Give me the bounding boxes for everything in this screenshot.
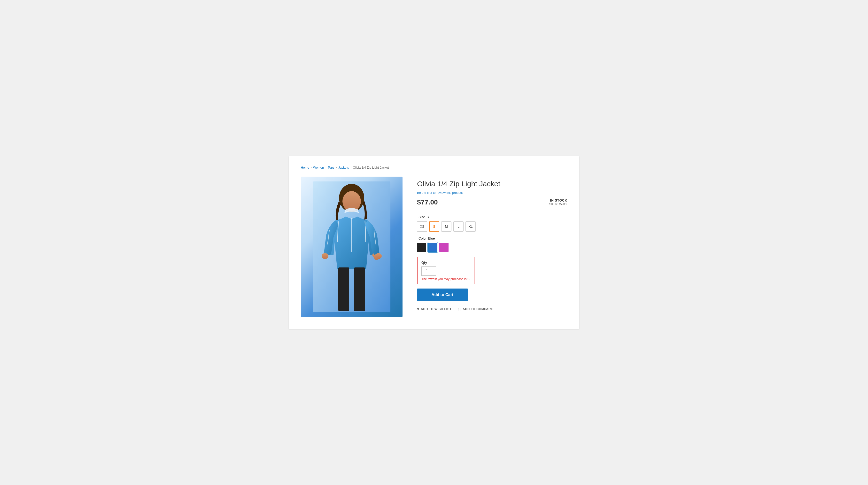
color-blue[interactable]	[428, 243, 437, 252]
color-options	[417, 243, 567, 252]
breadcrumb: Home › Women › Tops › Jackets › Olivia 1…	[301, 166, 567, 169]
svg-rect-5	[354, 268, 365, 311]
color-label: ColorBlue	[417, 237, 567, 240]
size-options: XS S M L XL	[417, 221, 567, 232]
sku-value: WJ12	[559, 202, 567, 206]
product-image-svg	[313, 181, 391, 312]
svg-point-6	[321, 253, 329, 259]
breadcrumb-tops[interactable]: Tops	[328, 166, 334, 169]
availability-badge: IN STOCK	[549, 199, 567, 202]
color-section: ColorBlue	[417, 237, 567, 252]
sku-label: SKU#:	[549, 202, 558, 206]
size-l[interactable]: L	[454, 221, 464, 232]
review-link[interactable]: Be the first to review this product	[417, 191, 567, 194]
product-layout: Olivia 1/4 Zip Light Jacket Be the first…	[301, 177, 567, 317]
sku-info: SKU#: WJ12	[549, 202, 567, 206]
size-selected-value: S	[427, 215, 429, 219]
wishlist-label: ADD TO WISH LIST	[421, 307, 452, 311]
breadcrumb-current: Olivia 1/4 Zip Light Jacket	[353, 166, 389, 169]
breadcrumb-sep-2: ›	[325, 166, 326, 169]
qty-label: Qty	[422, 261, 470, 265]
price-row: $77.00 IN STOCK SKU#: WJ12	[417, 199, 567, 206]
size-label: SizeS	[417, 215, 567, 219]
price-divider	[417, 210, 567, 210]
breadcrumb-jackets[interactable]: Jackets	[338, 166, 349, 169]
breadcrumb-home[interactable]: Home	[301, 166, 309, 169]
size-m[interactable]: M	[441, 221, 452, 232]
wishlist-compare-row: ♥ ADD TO WISH LIST ↑↓ ADD TO COMPARE	[417, 307, 567, 311]
product-price: $77.00	[417, 199, 438, 206]
qty-error-message: The fewest you may purchase is 2.	[422, 277, 470, 281]
breadcrumb-sep-1: ›	[311, 166, 312, 169]
product-card: Home › Women › Tops › Jackets › Olivia 1…	[289, 156, 579, 329]
product-title: Olivia 1/4 Zip Light Jacket	[417, 179, 567, 188]
breadcrumb-women[interactable]: Women	[313, 166, 324, 169]
add-to-compare-link[interactable]: ↑↓ ADD TO COMPARE	[457, 307, 493, 311]
color-selected-value: Blue	[428, 237, 435, 240]
color-purple[interactable]	[439, 243, 448, 252]
qty-section: Qty The fewest you may purchase is 2.	[417, 257, 474, 284]
product-details: Olivia 1/4 Zip Light Jacket Be the first…	[417, 177, 567, 311]
add-to-cart-button[interactable]: Add to Cart	[417, 289, 468, 301]
size-xs[interactable]: XS	[417, 221, 427, 232]
product-image-area	[301, 177, 403, 317]
breadcrumb-sep-4: ›	[350, 166, 351, 169]
size-section: SizeS XS S M L XL	[417, 215, 567, 232]
heart-icon: ♥	[417, 307, 419, 311]
compare-label: ADD TO COMPARE	[463, 307, 493, 311]
qty-input[interactable]	[422, 267, 436, 276]
compare-icon: ↑↓	[457, 307, 461, 311]
stock-sku: IN STOCK SKU#: WJ12	[549, 199, 567, 206]
add-to-wishlist-link[interactable]: ♥ ADD TO WISH LIST	[417, 307, 452, 311]
page-container: Home › Women › Tops › Jackets › Olivia 1…	[0, 0, 868, 485]
size-s[interactable]: S	[429, 221, 439, 232]
product-image	[301, 177, 403, 317]
color-black[interactable]	[417, 243, 426, 252]
size-xl[interactable]: XL	[465, 221, 476, 232]
breadcrumb-sep-3: ›	[336, 166, 337, 169]
svg-rect-4	[338, 268, 349, 311]
